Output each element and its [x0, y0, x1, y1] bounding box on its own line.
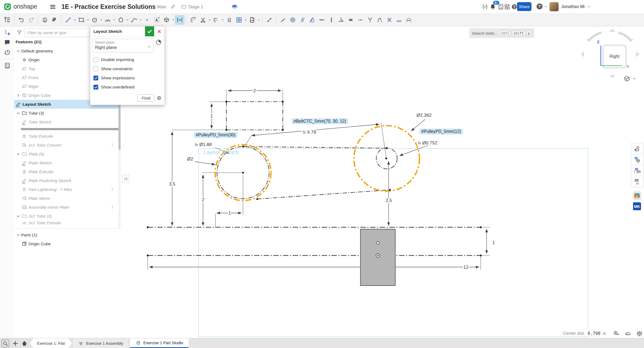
- chevdown-icon[interactable]: [15, 111, 21, 115]
- toolbar-tool[interactable]: [61, 16, 61, 24]
- toolbar-tool[interactable]: [276, 16, 276, 24]
- document-menu-icon[interactable]: [49, 3, 56, 10]
- toolbar-tool[interactable]: [38, 16, 38, 24]
- rotate-right-arrow[interactable]: [636, 51, 639, 57]
- toolbar-tool[interactable]: [278, 15, 288, 25]
- toolbar-tool[interactable]: [298, 15, 307, 25]
- feature-row[interactable]: Tube Extrude: [14, 132, 121, 141]
- share-button[interactable]: Share: [517, 2, 531, 11]
- selected-pulley-circles[interactable]: [215, 126, 419, 201]
- feature-row[interactable]: Plate Mirror: [14, 194, 121, 203]
- toolbar-tool[interactable]: [336, 15, 346, 25]
- cutlist-icon[interactable]: [4, 62, 11, 69]
- checkbox[interactable]: [93, 85, 98, 90]
- app-mk-button[interactable]: MK: [631, 201, 643, 212]
- search-tools[interactable]: Search tools... ctrlshiftp: [469, 28, 534, 38]
- feature-row[interactable]: Plate Sketch: [14, 158, 121, 167]
- toolbar-tool[interactable]: [40, 15, 50, 25]
- measure-length-icon[interactable]: [613, 330, 620, 337]
- tool-caret-icon[interactable]: [73, 18, 77, 22]
- part-row[interactable]: Parts (1): [14, 230, 121, 239]
- chevdown-icon[interactable]: [15, 152, 21, 156]
- drag-handle-icon[interactable]: [110, 143, 115, 148]
- tool-caret-icon[interactable]: [99, 18, 103, 22]
- toolbar-tool[interactable]: [198, 15, 211, 25]
- toolbar-tool[interactable]: [317, 15, 327, 25]
- toolbar-tool[interactable]: [375, 15, 385, 25]
- toolbar-tool[interactable]: [365, 15, 375, 25]
- toolbar-tool[interactable]: [189, 15, 198, 25]
- checkbox[interactable]: [93, 57, 98, 62]
- user-caret-icon[interactable]: [587, 5, 591, 9]
- toolbar-tool[interactable]: [142, 15, 152, 25]
- comment-icon[interactable]: [4, 39, 11, 46]
- toolbar-tool[interactable]: [186, 16, 187, 24]
- versions-icon[interactable]: [482, 3, 489, 10]
- tube-lines[interactable]: [148, 227, 481, 255]
- feature-row[interactable]: Tube (3): [14, 109, 121, 118]
- toolbar-tool[interactable]: [129, 15, 142, 25]
- feature-row[interactable]: 1x1 Tube Convert: [14, 141, 121, 150]
- toolbar-tool[interactable]: [307, 15, 317, 25]
- appearance-panel-button[interactable]: [631, 143, 643, 154]
- chevright-icon[interactable]: [15, 93, 21, 98]
- feature-row[interactable]: Am Assembly mirror Plate: [14, 203, 121, 212]
- app-pinwheel-button[interactable]: [631, 190, 643, 201]
- onshape-logo-icon[interactable]: [4, 3, 11, 10]
- tool-caret-icon[interactable]: [244, 18, 247, 22]
- chevdown-icon[interactable]: [15, 214, 21, 218]
- tool-caret-icon[interactable]: [208, 18, 211, 22]
- variables-table-button[interactable]: (x): [631, 176, 643, 187]
- help-caret-icon[interactable]: [544, 5, 548, 8]
- rotate-arc-arrows[interactable]: [586, 30, 634, 42]
- toolbar-tool[interactable]: [262, 16, 263, 24]
- toolbar-tool[interactable]: [356, 15, 365, 25]
- dim-rect-width[interactable]: 2: [253, 88, 256, 93]
- dim-rect-height[interactable]: 1: [210, 113, 213, 119]
- chevdown-icon[interactable]: [15, 49, 21, 53]
- toolbar-tool[interactable]: [103, 15, 116, 25]
- filter-icon[interactable]: [16, 30, 22, 35]
- dim-3-5[interactable]: 3.5: [169, 182, 175, 187]
- avatar[interactable]: [549, 2, 559, 11]
- checkbox[interactable]: [93, 76, 98, 80]
- dialog-option[interactable]: Show expressions: [90, 73, 164, 83]
- cancel-button[interactable]: [154, 26, 164, 36]
- sketch-plane-field[interactable]: Sketch plane Right plane: [92, 39, 154, 52]
- part-row[interactable]: Origin Cube: [14, 239, 121, 248]
- tab-exercise-part-studio[interactable]: Exercise 1 Part Studio: [130, 338, 189, 348]
- workspace-name[interactable]: Stage 1: [188, 5, 203, 9]
- feature-state-icon[interactable]: [155, 39, 162, 46]
- toolbar-tool[interactable]: [234, 15, 247, 25]
- feature-row[interactable]: Plate Extrude: [14, 167, 121, 176]
- rollback-bar[interactable]: [21, 128, 120, 130]
- drag-handle-icon[interactable]: [110, 187, 115, 192]
- dim-dia-2[interactable]: Ø2: [187, 157, 193, 162]
- measure-angle-icon[interactable]: [624, 330, 631, 337]
- sketch-point-hole[interactable]: [377, 242, 379, 244]
- toolbar-tool[interactable]: [211, 15, 225, 25]
- chevdown-icon[interactable]: [15, 233, 21, 237]
- scrollbar-thumb[interactable]: [118, 101, 121, 150]
- chip-pulleypd-12[interactable]: #PulleyPD_5mm(12): [419, 129, 463, 134]
- history-icon[interactable]: [4, 49, 11, 56]
- tool-caret-icon[interactable]: [126, 18, 129, 22]
- toolbar-tool[interactable]: [63, 15, 77, 25]
- user-name[interactable]: Jonathan Mi: [561, 4, 585, 9]
- dim-fx-188[interactable]: fxØ1.88: [195, 142, 212, 147]
- final-button[interactable]: Final: [138, 94, 154, 102]
- tool-caret-icon[interactable]: [221, 18, 225, 22]
- toolbar-tool[interactable]: [90, 15, 103, 25]
- branch-name[interactable]: Main: [157, 5, 167, 9]
- feature-list-toggle[interactable]: [0, 13, 15, 26]
- dim-fx-479[interactable]: fx4.79: [303, 130, 316, 135]
- tab-exercise-flat[interactable]: Exercise 1: Flat: [30, 338, 72, 348]
- chip-beltctc[interactable]: #BeltCTC_5mm(70, 30, 12): [292, 118, 348, 124]
- centerlines[interactable]: [217, 102, 397, 199]
- toolbar-tool[interactable]: DXF: [247, 15, 261, 25]
- toolbar-tool[interactable]: [265, 15, 274, 25]
- center-dist-value[interactable]: 4.790: [587, 331, 600, 336]
- tasks-icon[interactable]: [497, 3, 504, 10]
- feature-row[interactable]: Plate (6): [14, 150, 121, 158]
- toolbar-tool[interactable]: [175, 15, 184, 25]
